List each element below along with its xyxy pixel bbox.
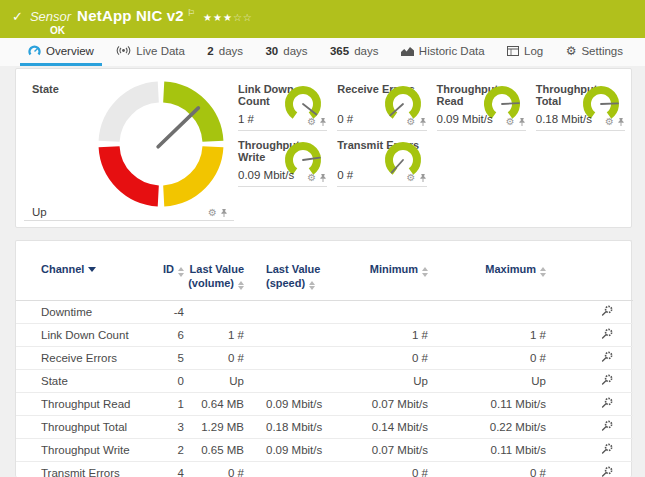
col-header-channel[interactable]: Channel [16, 241, 146, 300]
maximum-value [428, 300, 546, 323]
channel-settings-icon[interactable] [601, 466, 613, 477]
last-value-speed [244, 461, 356, 477]
channel-name[interactable]: State [16, 369, 146, 392]
tab-settings[interactable]: ⚙ Settings [558, 38, 631, 66]
tab-log[interactable]: Log [499, 38, 551, 66]
gauge-value: 0 # [337, 113, 353, 125]
channel-settings-icon[interactable] [601, 443, 613, 454]
channel-id: 6 [146, 323, 184, 346]
tab-label: days [219, 45, 243, 57]
tab-label: days [354, 45, 378, 57]
channel-settings-icon[interactable] [601, 374, 613, 385]
channel-settings-icon[interactable] [601, 305, 613, 316]
last-value-volume: 0 # [184, 346, 244, 369]
pin-icon[interactable] [518, 117, 526, 127]
table-header-row: Channel ID Last Value(volume) Last Value… [16, 241, 633, 300]
channel-name[interactable]: Receive Errors [16, 346, 146, 369]
last-value-volume: 0 # [184, 461, 244, 477]
tab-bar: Overview Live Data 2 days 30 days 365 da… [0, 38, 645, 66]
pin-icon[interactable] [319, 117, 327, 127]
pin-icon[interactable] [419, 173, 427, 183]
channel-settings-icon[interactable] [601, 351, 613, 362]
minimum-value [356, 300, 428, 323]
col-header-last-value-volume[interactable]: Last Value(volume) [184, 241, 244, 300]
gauge-panel-throughput-read: Throughput Read 0.09 Mbit/s ⚙ [437, 75, 526, 131]
col-header-last-value-speed[interactable]: Last Value(speed) [244, 241, 356, 300]
pin-icon[interactable] [419, 117, 427, 127]
stars-empty[interactable]: ☆☆ [233, 12, 253, 23]
mini-gauge-grid: Link Down Count 1 # ⚙ Receive Errors 0 #… [238, 75, 625, 187]
gear-icon[interactable]: ⚙ [307, 173, 316, 183]
gear-icon[interactable]: ⚙ [307, 117, 316, 127]
state-value: Up [32, 206, 47, 218]
tab-label: Overview [46, 45, 94, 57]
channel-name[interactable]: Throughput Write [16, 438, 146, 461]
pin-icon[interactable] [319, 173, 327, 183]
tab-historic-data[interactable]: Historic Data [393, 38, 493, 66]
table-row: Downtime -4 [16, 300, 633, 323]
gear-icon: ⚙ [566, 45, 577, 57]
gauge-title: State [32, 83, 59, 95]
minimum-value: 0 # [356, 461, 428, 477]
segment-yellow [164, 147, 213, 196]
gear-icon[interactable]: ⚙ [506, 117, 515, 127]
last-value-speed: 0.09 Mbit/s [244, 438, 356, 461]
flag-icon[interactable]: ⚐ [187, 8, 195, 18]
gauge-icon [28, 45, 41, 57]
gauge-panel-receive-errors: Receive Errors 0 # ⚙ [337, 75, 426, 131]
stars-filled[interactable]: ★★★ [203, 12, 233, 23]
segment-red [109, 147, 158, 196]
table-row: Link Down Count 6 1 # 1 # 1 # [16, 323, 633, 346]
last-value-speed: 0.18 Mbit/s [244, 415, 356, 438]
sensor-name: NetApp NIC v2 [77, 7, 184, 24]
gauge-value: 0 # [337, 169, 353, 181]
sort-arrows-icon [540, 267, 546, 277]
channel-id: 2 [146, 438, 184, 461]
tab-label: Live Data [136, 45, 185, 57]
pin-icon[interactable] [220, 208, 228, 218]
maximum-value: 0.11 Mbit/s [428, 438, 546, 461]
minimum-value: 0 # [356, 346, 428, 369]
channel-name[interactable]: Link Down Count [16, 323, 146, 346]
tab-overview[interactable]: Overview [20, 38, 102, 66]
ok-check-icon: ✓ [12, 9, 23, 24]
broadcast-icon [116, 45, 131, 56]
channel-name[interactable]: Throughput Read [16, 392, 146, 415]
col-header-maximum[interactable]: Maximum [428, 241, 546, 300]
tab-365-days[interactable]: 365 days [322, 38, 386, 66]
col-header-minimum[interactable]: Minimum [356, 241, 428, 300]
gear-icon[interactable]: ⚙ [605, 117, 614, 127]
gauge-panel-throughput-total: Throughput Total 0.18 Mbit/s ⚙ [536, 75, 625, 131]
channel-settings-icon[interactable] [601, 420, 613, 431]
channel-name[interactable]: Throughput Total [16, 415, 146, 438]
tab-2-days[interactable]: 2 days [199, 38, 251, 66]
last-value-volume: 1 # [184, 323, 244, 346]
minimum-value: 1 # [356, 323, 428, 346]
gauge-value: 1 # [238, 113, 254, 125]
maximum-value: 0.11 Mbit/s [428, 392, 546, 415]
gear-icon[interactable]: ⚙ [407, 173, 416, 183]
minimum-value: 0.07 Mbit/s [356, 438, 428, 461]
tab-live-data[interactable]: Live Data [108, 38, 193, 66]
table-row: Throughput Total 3 1.29 MB 0.18 Mbit/s 0… [16, 415, 633, 438]
sensor-status-bar: ✓ Sensor NetApp NIC v2 ⚐ ★★★☆☆ OK [0, 0, 645, 38]
gear-icon[interactable]: ⚙ [208, 208, 217, 218]
channel-name[interactable]: Downtime [16, 300, 146, 323]
channel-name[interactable]: Transmit Errors [16, 461, 146, 477]
priority-stars[interactable]: ★★★☆☆ [203, 12, 253, 23]
state-gauge-panel: State Up ⚙ [24, 75, 234, 221]
table-row: Receive Errors 5 0 # 0 # 0 # [16, 346, 633, 369]
gauge-arc [389, 146, 417, 171]
table-row: State 0 Up Up Up [16, 369, 633, 392]
maximum-value: 0.22 Mbit/s [428, 415, 546, 438]
channel-settings-icon[interactable] [601, 328, 613, 339]
sort-arrows-icon [309, 281, 315, 291]
pin-icon[interactable] [617, 117, 625, 127]
minimum-value: Up [356, 369, 428, 392]
gauge-value: 0.09 Mbit/s [437, 113, 493, 125]
col-header-id[interactable]: ID [146, 241, 184, 300]
tab-30-days[interactable]: 30 days [257, 38, 315, 66]
last-value-speed [244, 323, 356, 346]
channel-settings-icon[interactable] [601, 397, 613, 408]
gear-icon[interactable]: ⚙ [407, 117, 416, 127]
